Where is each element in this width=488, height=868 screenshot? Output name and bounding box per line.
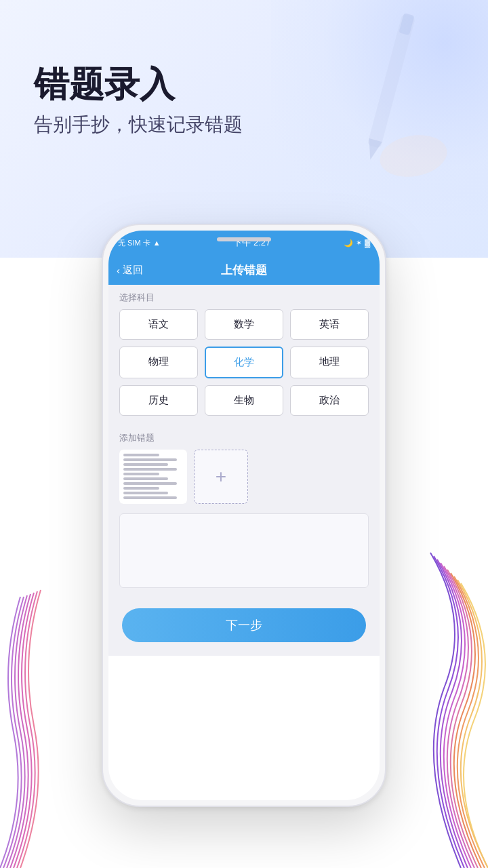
text-area-placeholder	[119, 513, 369, 588]
subject-english[interactable]: 英语	[290, 309, 369, 340]
next-button[interactable]: 下一步	[122, 608, 366, 642]
back-button[interactable]: ‹ 返回	[117, 264, 143, 277]
doc-line-10	[123, 496, 177, 499]
bluetooth-icon: ✶	[356, 239, 362, 248]
select-subject-label: 选择科目	[108, 285, 380, 309]
doc-line-2	[123, 458, 177, 461]
deco-lines-left	[0, 583, 95, 868]
add-mistakes-label: 添加错题	[108, 425, 380, 450]
subject-grid: 语文 数学 英语 物理 化学 地理 历史 生物 政治	[108, 309, 380, 425]
phone-content: 选择科目 语文 数学 英语 物理 化学 地理 历史 生物 政治 添加错题	[108, 285, 380, 656]
subject-chemistry[interactable]: 化学	[205, 347, 283, 378]
image-row: +	[108, 450, 380, 513]
phone-outer: 无 SIM 卡 ▲ 下午 2:27 🌙 ✶ ▓ ‹ 返回 上传错题	[102, 224, 386, 807]
doc-line-8	[123, 487, 159, 490]
status-bar: 无 SIM 卡 ▲ 下午 2:27 🌙 ✶ ▓	[108, 231, 380, 255]
plus-icon: +	[216, 467, 226, 486]
subject-math[interactable]: 数学	[205, 309, 283, 340]
subject-physics[interactable]: 物理	[119, 347, 198, 378]
moon-icon: 🌙	[344, 239, 353, 248]
subject-biology[interactable]: 生物	[205, 385, 283, 416]
svg-marker-2	[364, 138, 382, 161]
status-right: 🌙 ✶ ▓	[344, 239, 370, 248]
bottom-button-wrap: 下一步	[108, 597, 380, 656]
phone-top-bar	[217, 237, 271, 241]
hero-subtitle: 告别手抄，快速记录错题	[34, 112, 243, 138]
sim-text: 无 SIM 卡	[118, 238, 150, 248]
doc-line-5	[123, 473, 159, 475]
doc-line-9	[123, 492, 168, 494]
battery-icon: ▓	[365, 239, 370, 247]
hero-title: 错题录入	[34, 61, 175, 108]
phone-mockup: 无 SIM 卡 ▲ 下午 2:27 🌙 ✶ ▓ ‹ 返回 上传错题	[102, 224, 386, 807]
wifi-icon: ▲	[153, 239, 161, 247]
subject-chinese[interactable]: 语文	[119, 309, 198, 340]
doc-line-6	[123, 477, 168, 480]
image-thumbnail[interactable]	[119, 450, 187, 504]
phone-inner: 无 SIM 卡 ▲ 下午 2:27 🌙 ✶ ▓ ‹ 返回 上传错题	[108, 231, 380, 800]
nav-title: 上传错题	[221, 262, 267, 278]
doc-line-3	[123, 463, 168, 466]
doc-line-4	[123, 468, 177, 471]
subject-politics[interactable]: 政治	[290, 385, 369, 416]
doc-line-1	[123, 454, 159, 456]
doc-line-7	[123, 482, 177, 485]
svg-point-3	[377, 130, 451, 182]
status-left: 无 SIM 卡 ▲	[118, 238, 161, 248]
pen-decoration	[325, 7, 461, 197]
back-chevron-icon: ‹	[117, 264, 120, 276]
back-label: 返回	[123, 264, 143, 277]
nav-bar: ‹ 返回 上传错题	[108, 255, 380, 285]
subject-geography[interactable]: 地理	[290, 347, 369, 378]
add-image-button[interactable]: +	[194, 450, 248, 504]
doc-content	[119, 450, 187, 504]
subject-history[interactable]: 历史	[119, 385, 198, 416]
svg-rect-1	[399, 13, 414, 35]
